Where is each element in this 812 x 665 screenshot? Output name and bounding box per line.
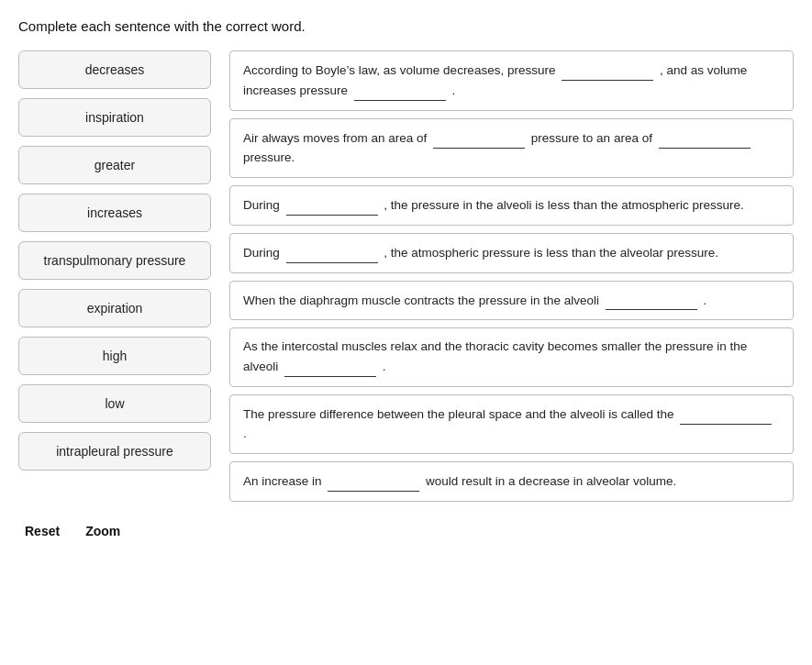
sentence-box-5: When the diaphragm muscle contracts the … [229, 281, 794, 321]
blank [562, 61, 653, 81]
blank [284, 357, 376, 377]
word-tile-increases[interactable]: increases [18, 194, 211, 232]
word-bank: decreasesinspirationgreaterincreasestran… [18, 50, 211, 471]
bottom-bar: Reset Zoom [18, 520, 794, 542]
blank [286, 243, 378, 263]
main-layout: decreasesinspirationgreaterincreasestran… [18, 50, 794, 502]
blank [328, 471, 419, 492]
blank [354, 81, 446, 101]
sentence-box-7: The pressure difference between the pleu… [229, 394, 794, 454]
word-tile-expiration[interactable]: expiration [18, 289, 211, 327]
word-tile-intrapleural-pressure[interactable]: intrapleural pressure [18, 432, 211, 471]
word-tile-greater[interactable]: greater [18, 146, 211, 184]
blank [659, 128, 751, 149]
sentences-panel: According to Boyle’s law, as volume decr… [229, 50, 794, 502]
reset-button[interactable]: Reset [23, 520, 61, 542]
blank [680, 405, 772, 425]
blank [606, 291, 697, 311]
blank [433, 128, 525, 149]
word-tile-low[interactable]: low [18, 384, 211, 423]
page-title: Complete each sentence with the correct … [18, 18, 794, 34]
sentence-box-4: During , the atmospheric pressure is les… [229, 233, 794, 273]
zoom-button[interactable]: Zoom [83, 520, 122, 542]
word-tile-inspiration[interactable]: inspiration [18, 98, 211, 137]
word-tile-transpulmonary-pressure[interactable]: transpulmonary pressure [18, 241, 211, 280]
sentence-box-1: According to Boyle’s law, as volume decr… [229, 50, 794, 111]
sentence-box-3: During , the pressure in the alveoli is … [229, 185, 794, 226]
word-tile-high[interactable]: high [18, 337, 211, 375]
blank [286, 195, 378, 216]
sentence-box-8: An increase in would result in a decreas… [229, 461, 794, 502]
sentence-box-6: As the intercostal muscles relax and the… [229, 327, 794, 387]
word-tile-decreases[interactable]: decreases [18, 50, 211, 89]
sentence-box-2: Air always moves from an area of pressur… [229, 118, 794, 178]
